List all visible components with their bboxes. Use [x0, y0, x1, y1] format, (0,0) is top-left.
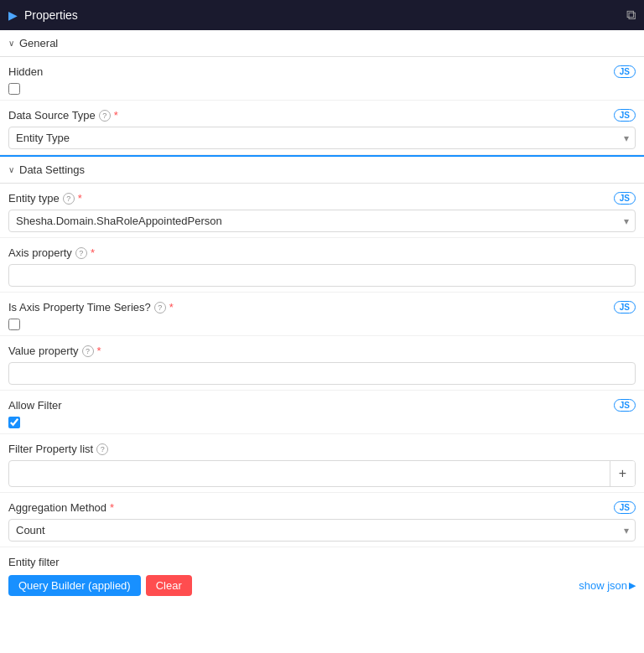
is-axis-time-series-label: Is Axis Property Time Series? ? * [8, 301, 174, 314]
properties-header: ▶ Properties ⧉ [0, 0, 644, 30]
hidden-label-row: Hidden JS [8, 65, 636, 78]
filter-property-list-label: Filter Property list ? [8, 443, 108, 455]
data-source-type-label: Data Source Type ? * [8, 109, 118, 122]
show-json-link[interactable]: show json ▶ [579, 579, 636, 592]
general-section-label: General [19, 37, 58, 49]
entity-type-select[interactable]: Shesha.Domain.ShaRoleAppointedPerson [8, 210, 636, 232]
hidden-label: Hidden [8, 65, 43, 78]
data-source-type-field-row: Data Source Type ? * JS Entity Type Cust… [0, 101, 644, 155]
aggregation-method-label-row: Aggregation Method * JS [8, 501, 636, 514]
hidden-field-row: Hidden JS [0, 57, 644, 101]
general-section-header[interactable]: ∨ General [0, 30, 644, 57]
allow-filter-label: Allow Filter [8, 399, 62, 412]
allow-filter-checkbox[interactable] [8, 417, 20, 428]
aggregation-method-select[interactable]: Count Sum Average [8, 519, 636, 542]
show-json-arrow-icon: ▶ [629, 580, 636, 591]
is-axis-time-series-js-badge[interactable]: JS [614, 301, 636, 314]
copy-icon[interactable]: ⧉ [626, 8, 636, 23]
entity-type-js-badge[interactable]: JS [614, 192, 636, 205]
filter-property-list-field-row: Filter Property list ? + [0, 434, 644, 493]
hidden-js-badge[interactable]: JS [614, 65, 636, 78]
is-axis-time-series-label-row: Is Axis Property Time Series? ? * JS [8, 301, 636, 314]
aggregation-method-select-wrapper: Count Sum Average [8, 519, 636, 542]
is-axis-time-series-help-icon[interactable]: ? [154, 302, 166, 314]
value-property-label: Value property ? * [8, 345, 101, 357]
query-builder-button[interactable]: Query Builder (applied) [8, 575, 141, 596]
entity-type-help-icon[interactable]: ? [63, 193, 75, 205]
entity-filter-buttons-row: Query Builder (applied) Clear show json … [8, 575, 636, 596]
data-source-type-select-wrapper: Entity Type Custom [8, 127, 636, 149]
entity-type-label-row: Entity type ? * JS [8, 192, 636, 205]
aggregation-method-js-badge[interactable]: JS [614, 501, 636, 514]
filter-property-list-input[interactable] [9, 464, 610, 485]
value-property-input[interactable]: id [8, 362, 636, 385]
filter-property-list-help-icon[interactable]: ? [96, 443, 108, 455]
data-settings-section-label: Data Settings [19, 163, 85, 176]
panel-title: Properties [24, 8, 78, 22]
clear-button[interactable]: Clear [146, 575, 192, 596]
is-axis-time-series-field-row: Is Axis Property Time Series? ? * JS [0, 293, 644, 336]
axis-property-field-row: Axis property ? * status [0, 238, 644, 293]
data-source-type-help-icon[interactable]: ? [99, 110, 111, 122]
aggregation-method-field-row: Aggregation Method * JS Count Sum Averag… [0, 493, 644, 547]
axis-property-help-icon[interactable]: ? [75, 247, 87, 259]
filter-property-list-label-row: Filter Property list ? [8, 443, 636, 455]
entity-filter-left-buttons: Query Builder (applied) Clear [8, 575, 192, 596]
is-axis-time-series-checkbox-wrapper [8, 319, 636, 330]
is-axis-time-series-checkbox[interactable] [8, 319, 20, 330]
value-property-help-icon[interactable]: ? [82, 345, 94, 357]
data-source-type-select[interactable]: Entity Type Custom [8, 127, 636, 149]
is-axis-time-series-required: * [169, 301, 174, 314]
entity-type-field-row: Entity type ? * JS Shesha.Domain.ShaRole… [0, 184, 644, 238]
data-settings-section-header[interactable]: ∨ Data Settings [0, 157, 644, 184]
aggregation-method-label: Aggregation Method * [8, 501, 114, 514]
axis-property-input[interactable]: status [8, 264, 636, 287]
show-json-text: show json [579, 579, 627, 592]
header-left: ▶ Properties [8, 8, 78, 22]
hidden-checkbox[interactable] [8, 83, 20, 95]
entity-type-required: * [78, 192, 82, 205]
value-property-required: * [97, 345, 101, 357]
properties-content: ∨ General Hidden JS Data Source Type ? *… [0, 30, 644, 601]
allow-filter-label-row: Allow Filter JS [8, 399, 636, 412]
entity-filter-section: Entity filter Query Builder (applied) Cl… [0, 547, 644, 601]
general-chevron-icon: ∨ [8, 39, 14, 48]
allow-filter-js-badge[interactable]: JS [614, 399, 636, 412]
value-property-label-row: Value property ? * [8, 345, 636, 357]
axis-property-required: * [91, 246, 95, 259]
data-source-type-label-row: Data Source Type ? * JS [8, 109, 636, 122]
value-property-field-row: Value property ? * id [0, 336, 644, 391]
data-settings-chevron-icon: ∨ [8, 165, 14, 174]
collapse-arrow-icon[interactable]: ▶ [8, 8, 18, 22]
filter-property-list-add-button[interactable]: + [610, 461, 635, 486]
axis-property-label: Axis property ? * [8, 246, 95, 259]
allow-filter-field-row: Allow Filter JS [0, 391, 644, 434]
hidden-checkbox-wrapper [8, 83, 636, 95]
filter-property-list-input-group: + [8, 460, 636, 487]
allow-filter-checkbox-wrapper [8, 417, 636, 428]
data-source-type-required: * [114, 109, 118, 122]
entity-filter-label: Entity filter [8, 556, 636, 568]
data-source-type-js-badge[interactable]: JS [614, 109, 636, 122]
entity-type-select-wrapper: Shesha.Domain.ShaRoleAppointedPerson [8, 210, 636, 232]
axis-property-label-row: Axis property ? * [8, 246, 636, 259]
aggregation-method-required: * [110, 501, 114, 514]
entity-type-label: Entity type ? * [8, 192, 82, 205]
